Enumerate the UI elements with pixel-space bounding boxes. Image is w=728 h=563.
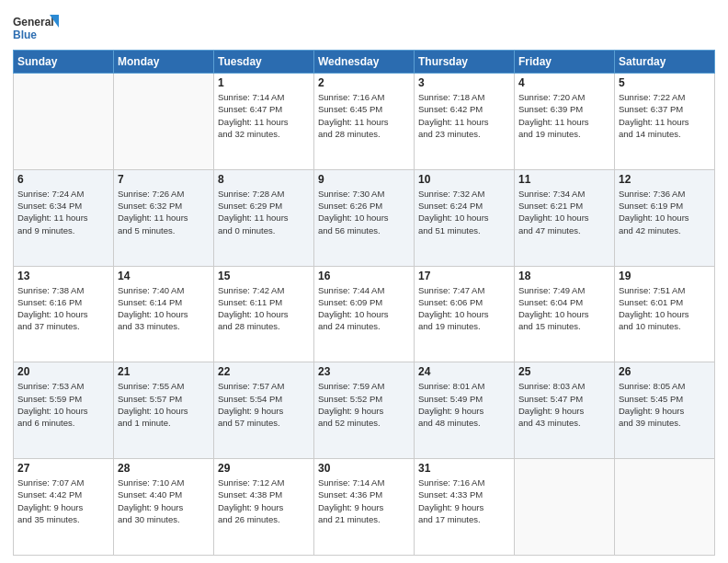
day-info-line: and 56 minutes. <box>318 224 410 236</box>
day-info-line: Daylight: 9 hours <box>118 501 210 513</box>
day-info-line: Daylight: 10 hours <box>118 308 210 320</box>
calendar-day-cell: 26Sunrise: 8:05 AMSunset: 5:45 PMDayligh… <box>615 362 715 459</box>
day-info-line: Daylight: 11 hours <box>619 116 711 128</box>
day-info-line: and 32 minutes. <box>218 128 310 140</box>
day-info-line: and 52 minutes. <box>318 417 410 429</box>
calendar-day-cell: 7Sunrise: 7:26 AMSunset: 6:32 PMDaylight… <box>114 169 214 266</box>
day-info-line: Daylight: 9 hours <box>619 405 711 417</box>
day-number: 21 <box>118 365 210 378</box>
svg-text:General: General <box>13 16 54 29</box>
day-info-line: Daylight: 10 hours <box>518 212 610 224</box>
day-info-line: Sunrise: 7:07 AM <box>17 477 109 488</box>
day-number: 4 <box>518 76 610 89</box>
calendar-day-cell: 22Sunrise: 7:57 AMSunset: 5:54 PMDayligh… <box>214 362 314 459</box>
day-info-line: and 28 minutes. <box>218 320 310 332</box>
day-info-line: and 0 minutes. <box>218 224 310 236</box>
calendar-day-cell: 31Sunrise: 7:16 AMSunset: 4:33 PMDayligh… <box>415 459 515 556</box>
day-info-line: Sunrise: 8:05 AM <box>619 380 711 392</box>
day-number: 31 <box>418 462 510 475</box>
calendar-day-cell <box>14 74 114 170</box>
day-info-line: Sunset: 6:42 PM <box>418 103 510 115</box>
day-info-line: Sunrise: 7:38 AM <box>17 284 109 296</box>
day-info-line: and 17 minutes. <box>418 513 510 525</box>
day-info-line: Daylight: 11 hours <box>518 116 610 128</box>
day-number: 15 <box>218 270 310 282</box>
day-number: 27 <box>17 462 109 475</box>
calendar-week-row: 27Sunrise: 7:07 AMSunset: 4:42 PMDayligh… <box>14 459 715 556</box>
day-info-line: and 19 minutes. <box>518 128 610 140</box>
day-info-line: and 10 minutes. <box>619 320 711 332</box>
day-info-line: Sunset: 6:16 PM <box>17 296 109 308</box>
day-info-line: Sunset: 6:21 PM <box>518 200 610 212</box>
day-number: 1 <box>218 76 310 89</box>
calendar-day-cell: 23Sunrise: 7:59 AMSunset: 5:52 PMDayligh… <box>314 362 415 459</box>
day-info-line: Daylight: 9 hours <box>418 405 510 417</box>
day-number: 22 <box>218 365 310 378</box>
day-number: 25 <box>518 365 610 378</box>
calendar-day-cell: 24Sunrise: 8:01 AMSunset: 5:49 PMDayligh… <box>415 362 515 459</box>
day-info-line: Daylight: 10 hours <box>17 405 109 417</box>
day-info-line: Sunset: 6:45 PM <box>318 103 410 115</box>
day-info-line: and 42 minutes. <box>619 224 711 236</box>
day-number: 28 <box>118 462 210 475</box>
day-info-line: Sunset: 6:04 PM <box>518 296 610 308</box>
calendar-day-cell: 19Sunrise: 7:51 AMSunset: 6:01 PMDayligh… <box>615 266 715 362</box>
day-info-line: Daylight: 10 hours <box>518 308 610 320</box>
day-info-line: Sunrise: 7:10 AM <box>118 477 210 488</box>
day-info-line: Daylight: 9 hours <box>218 405 310 417</box>
day-info-line: and 24 minutes. <box>318 320 410 332</box>
day-info-line: Sunrise: 7:26 AM <box>118 188 210 200</box>
day-info-line: Sunrise: 7:57 AM <box>218 380 310 392</box>
day-info-line: Daylight: 11 hours <box>118 212 210 224</box>
day-info-line: Daylight: 9 hours <box>418 501 510 513</box>
day-info-line: and 43 minutes. <box>518 417 610 429</box>
day-info-line: Sunrise: 7:32 AM <box>418 188 510 200</box>
day-info-line: Sunset: 4:38 PM <box>218 488 310 500</box>
day-info-line: Daylight: 10 hours <box>418 212 510 224</box>
day-header: Thursday <box>415 51 515 74</box>
day-info-line: Daylight: 9 hours <box>518 405 610 417</box>
calendar-day-cell: 2Sunrise: 7:16 AMSunset: 6:45 PMDaylight… <box>314 74 415 170</box>
header: General Blue <box>13 11 715 44</box>
day-info-line: and 47 minutes. <box>518 224 610 236</box>
day-info-line: Sunset: 6:24 PM <box>418 200 510 212</box>
day-info-line: Sunrise: 7:28 AM <box>218 188 310 200</box>
day-info-line: Daylight: 11 hours <box>17 212 109 224</box>
day-header: Tuesday <box>214 51 314 74</box>
calendar-day-cell: 3Sunrise: 7:18 AMSunset: 6:42 PMDaylight… <box>415 74 515 170</box>
day-info-line: Sunrise: 7:14 AM <box>318 477 410 488</box>
day-info-line: Sunrise: 7:49 AM <box>518 284 610 296</box>
day-info-line: Sunrise: 7:20 AM <box>518 91 610 103</box>
day-number: 23 <box>318 365 410 378</box>
day-info-line: Sunset: 4:42 PM <box>17 488 109 500</box>
day-number: 8 <box>218 173 310 186</box>
calendar-day-cell: 5Sunrise: 7:22 AMSunset: 6:37 PMDaylight… <box>615 74 715 170</box>
day-number: 6 <box>17 173 109 186</box>
calendar-day-cell: 29Sunrise: 7:12 AMSunset: 4:38 PMDayligh… <box>214 459 314 556</box>
day-info-line: Daylight: 11 hours <box>218 212 310 224</box>
calendar-day-cell: 11Sunrise: 7:34 AMSunset: 6:21 PMDayligh… <box>515 169 615 266</box>
day-info-line: and 28 minutes. <box>318 128 410 140</box>
day-number: 17 <box>418 270 510 282</box>
calendar-day-cell: 16Sunrise: 7:44 AMSunset: 6:09 PMDayligh… <box>314 266 415 362</box>
day-header: Wednesday <box>314 51 415 74</box>
day-info-line: Daylight: 9 hours <box>218 501 310 513</box>
day-number: 3 <box>418 76 510 89</box>
day-number: 24 <box>418 365 510 378</box>
calendar-day-cell: 14Sunrise: 7:40 AMSunset: 6:14 PMDayligh… <box>114 266 214 362</box>
day-info-line: and 35 minutes. <box>17 513 109 525</box>
day-info-line: Sunrise: 7:42 AM <box>218 284 310 296</box>
day-info-line: Sunrise: 7:16 AM <box>418 477 510 488</box>
day-info-line: Sunrise: 8:01 AM <box>418 380 510 392</box>
day-info-line: Sunrise: 7:40 AM <box>118 284 210 296</box>
day-info-line: Daylight: 10 hours <box>318 308 410 320</box>
day-info-line: and 1 minute. <box>118 417 210 429</box>
calendar-body: 1Sunrise: 7:14 AMSunset: 6:47 PMDaylight… <box>14 74 715 556</box>
day-number: 13 <box>17 270 109 282</box>
day-info-line: and 26 minutes. <box>218 513 310 525</box>
day-info-line: and 51 minutes. <box>418 224 510 236</box>
day-info-line: Sunset: 6:34 PM <box>17 200 109 212</box>
day-info-line: Daylight: 11 hours <box>318 116 410 128</box>
day-info-line: Sunset: 6:01 PM <box>619 296 711 308</box>
day-info-line: Sunrise: 7:30 AM <box>318 188 410 200</box>
